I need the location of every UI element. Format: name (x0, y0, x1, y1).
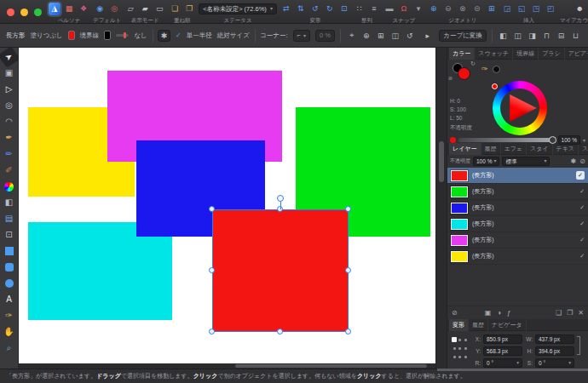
anchor-point-selector[interactable] (452, 335, 469, 361)
link-aspect-icon[interactable] (577, 336, 580, 355)
horizontal-scrollbar-thumb[interactable] (235, 364, 427, 368)
transform-tab-2[interactable]: ナビゲータ (488, 319, 527, 331)
move-to-front-icon[interactable]: ❏ (169, 3, 181, 15)
absolute-size-label[interactable]: 絶対サイズ (217, 31, 250, 40)
hue-marker[interactable] (492, 83, 498, 89)
stroke-settings-gear-icon[interactable]: ✱ (158, 30, 170, 42)
insert-after-icon[interactable]: ◰ (545, 3, 556, 15)
vector-crop-tool[interactable]: ⊡ (1, 227, 17, 243)
distribute-icon[interactable]: ≡ (368, 3, 380, 15)
rectangle-tool[interactable] (1, 243, 17, 259)
x-field[interactable]: 850.9 px (483, 334, 522, 344)
corner-radius-field[interactable]: 0 % (315, 30, 335, 42)
lock-children-icon[interactable]: ◫ (389, 29, 401, 42)
rotation-handle[interactable] (277, 195, 284, 202)
opacity-value-field[interactable]: 100 % (558, 135, 580, 145)
alignment-icon[interactable]: ∷ (354, 3, 366, 15)
snapping-options-icon[interactable]: ▾ (412, 3, 424, 15)
align-center-icon[interactable]: ◫ (511, 29, 524, 42)
selection-handle-bottom-left[interactable] (209, 329, 215, 334)
layer-visibility-checkbox[interactable]: ✓ (579, 204, 585, 211)
eyedropper-icon[interactable]: ✑ (481, 65, 488, 73)
chevron-down-icon[interactable]: ▾ (583, 137, 585, 143)
move-tool[interactable]: ➤ (0, 46, 20, 68)
transform-tab-0[interactable]: 変形 (449, 319, 469, 331)
snapping-toggle-icon[interactable]: ▬ (383, 3, 395, 15)
close-button[interactable] (7, 9, 14, 16)
document-title[interactable]: <名称未設定> (72.6%)▾ (199, 3, 277, 14)
layer-visibility-checkbox[interactable]: ✓ (579, 237, 585, 243)
new-group-icon[interactable]: ❐ (567, 309, 573, 317)
layers-opacity-select[interactable]: 100 %▾ (473, 157, 499, 166)
cycle-selection-box-icon[interactable]: ⌖ (345, 29, 358, 42)
layer-row-5[interactable]: (長方形)✓ (447, 249, 588, 265)
canvas[interactable] (19, 48, 435, 363)
corner-tool[interactable]: ◠ (1, 114, 17, 129)
pixel-persona-icon[interactable]: ▦ (63, 3, 75, 15)
layer-row-0[interactable]: (長方形)✓ (447, 168, 588, 184)
pencil-tool[interactable]: ✏ (1, 146, 17, 162)
layer-row-4[interactable]: (長方形)✓ (447, 232, 588, 249)
layer-effects-icon[interactable]: ƒ (507, 309, 510, 317)
flip-horizontal-icon[interactable]: ⇄ (280, 3, 292, 15)
rounded-rectangle-tool[interactable] (1, 260, 17, 275)
layer-visibility-checkbox[interactable]: ✓ (579, 253, 585, 260)
hand-tool[interactable]: ✋ (1, 324, 17, 340)
boolean-add-icon[interactable]: ⊕ (428, 3, 440, 15)
opacity-slider-knob[interactable] (549, 136, 556, 144)
hide-selection-icon[interactable]: ⊞ (374, 29, 387, 42)
color-triangle[interactable] (502, 90, 538, 126)
layer-row-3[interactable]: (長方形)✓ (447, 216, 588, 232)
height-field[interactable]: 394.6 px (535, 346, 574, 356)
anchor-cell-3[interactable] (452, 344, 458, 352)
mask-layer-icon[interactable]: ▣ (485, 309, 492, 317)
insert-inside-icon[interactable]: ◳ (530, 3, 542, 15)
color-tab-1[interactable]: スウォッチ (475, 48, 513, 60)
boolean-intersect-icon[interactable]: ⊗ (457, 3, 469, 15)
stroke-width-slider[interactable] (116, 34, 130, 37)
stroke-width-slider-thumb[interactable] (124, 32, 126, 38)
reset-colors-icon[interactable]: ⊘ (448, 75, 453, 81)
color-picker-tool[interactable]: ✑ (1, 308, 17, 323)
color-wheel[interactable] (493, 81, 547, 135)
layer-visibility-checkbox[interactable]: ✓ (579, 220, 585, 227)
fill-tool[interactable] (1, 179, 17, 194)
selection-handle-bottom-right[interactable] (345, 329, 351, 334)
anchor-cell-0[interactable] (452, 335, 458, 344)
minimize-button[interactable] (20, 9, 28, 16)
align-right-icon[interactable]: ◨ (526, 29, 539, 42)
transparency-tool[interactable]: ◧ (1, 195, 17, 210)
corner-type-select[interactable]: ⌐▾ (293, 30, 310, 42)
lock-layer-icon[interactable]: ⊘ (579, 157, 585, 165)
red-rectangle[interactable] (212, 209, 349, 332)
transform-tab-1[interactable]: 履歴 (469, 319, 488, 331)
opacity-slider[interactable] (458, 138, 556, 142)
duplicate-icon[interactable]: ⊡ (338, 3, 350, 15)
pixel-view-icon[interactable]: ▰ (139, 3, 151, 15)
node-tool[interactable]: ▷ (1, 82, 17, 97)
stroke-color-swatch[interactable] (104, 31, 111, 40)
zoom-tool[interactable]: ⌕ (1, 340, 17, 356)
transform-mode-icon[interactable]: ↺ (403, 29, 416, 42)
rotate-ccw-icon[interactable]: ↺ (309, 3, 321, 15)
selection-handle-top-left[interactable] (209, 206, 215, 212)
affinity-designer-app-icon[interactable]: ◮ (49, 3, 61, 15)
boolean-subtract-icon[interactable]: ⊖ (442, 3, 454, 15)
single-radius-checkbox[interactable]: ✓ (176, 31, 182, 39)
color-tab-2[interactable]: 境界線 (513, 48, 539, 60)
insert-behind-icon[interactable]: ◲ (501, 3, 513, 15)
vector-view-icon[interactable]: ▱ (124, 3, 136, 15)
snapping-magnet-icon[interactable]: Ω (398, 3, 410, 15)
selection-handle-middle-right[interactable] (345, 267, 351, 273)
adjustment-layer-icon[interactable]: ◑ (497, 309, 501, 317)
export-persona-icon[interactable]: ❖ (78, 3, 89, 15)
boolean-divide-icon[interactable]: ⊞ (486, 3, 498, 15)
point-transform-tool[interactable]: ◎ (1, 98, 17, 113)
pen-tool[interactable]: ✒ (1, 130, 17, 146)
layer-row-2[interactable]: (長方形)✓ (447, 200, 588, 216)
retina-view-icon[interactable]: ▭ (153, 3, 165, 15)
synchronize-defaults-icon[interactable]: ◉ (94, 3, 106, 15)
color-tab-3[interactable]: ブラシ (539, 48, 565, 60)
cyan-rectangle[interactable] (28, 222, 172, 320)
shear-field[interactable]: 0 °▾ (535, 358, 574, 368)
